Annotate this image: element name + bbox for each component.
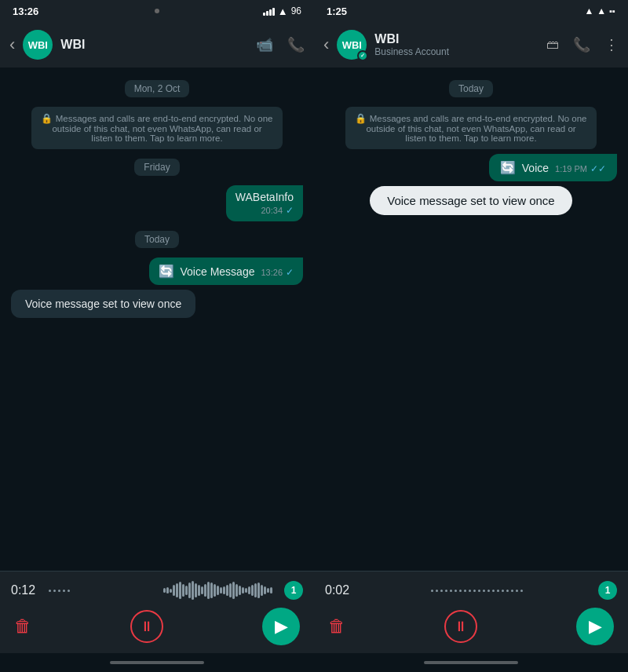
status-bar-right: 1:25 ▲ ▲ ▪▪ <box>314 0 628 22</box>
chat-title-right: WBI <box>374 32 539 46</box>
chat-area-right: Today 🔒 Messages and calls are end-to-en… <box>314 68 628 571</box>
rec-time-right: 0:02 <box>325 583 355 597</box>
nav-bar-right <box>314 653 628 672</box>
wifi-icon-left: ▲ <box>278 5 288 17</box>
status-bar-left: 13:26 ▲ 96 <box>0 0 314 22</box>
chat-subtitle-right: Business Account <box>374 46 539 57</box>
chat-header-right: ‹ WBI ✓ WBI Business Account 🗃 📞 ⋮ <box>314 22 628 68</box>
time-right: 1:25 <box>327 5 347 17</box>
panel-right: 1:25 ▲ ▲ ▪▪ ‹ WBI ✓ WBI Business Account… <box>314 0 628 672</box>
chat-title-left: WBI <box>60 38 248 52</box>
more-icon-right[interactable]: ⋮ <box>604 36 619 53</box>
date-mon: Mon, 2 Oct <box>125 80 190 97</box>
lock-icon-left: 🔒 <box>41 113 53 124</box>
date-today-left: Today <box>135 231 179 248</box>
battery-right: ▪▪ <box>609 6 615 16</box>
waveform-right <box>363 579 590 601</box>
wifi-right: ▲ <box>597 5 606 16</box>
signal-left <box>263 6 275 16</box>
recording-bar-right: 0:02 1 🗑 ⏸ <box>314 571 628 653</box>
archive-icon-right[interactable]: 🗃 <box>546 38 559 52</box>
rec-counter-right: 1 <box>598 581 617 600</box>
recording-actions-right: 🗑 ⏸ ▶ <box>325 608 617 645</box>
phone-icon-left[interactable]: 📞 <box>287 36 305 53</box>
send-button-left[interactable]: ▶ <box>262 608 300 645</box>
rec-counter-left: 1 <box>284 581 303 600</box>
back-button-left[interactable]: ‹ <box>9 35 15 55</box>
call-icon-right[interactable]: 📞 <box>573 36 590 53</box>
lock-icon-right: 🔒 <box>355 113 367 124</box>
pause-button-right[interactable]: ⏸ <box>444 610 477 643</box>
header-icons-right: 🗃 📞 ⋮ <box>546 36 619 53</box>
recording-top-right: 0:02 1 <box>325 579 617 601</box>
delete-button-right[interactable]: 🗑 <box>328 616 345 637</box>
wave-dots-left <box>49 590 162 592</box>
voice-msg-left[interactable]: 🔄 Voice Message 13:26 ✓ <box>149 257 303 285</box>
encryption-notice-left[interactable]: 🔒 Messages and calls are end-to-end encr… <box>31 107 283 149</box>
business-badge-right: ✓ <box>357 50 368 61</box>
nav-pill-right <box>424 661 518 664</box>
nav-pill-left <box>110 661 204 664</box>
avatar-right: WBI ✓ <box>337 30 367 60</box>
delete-button-left[interactable]: 🗑 <box>14 616 31 637</box>
msg-wabetainfo: WABetaInfo 20:34 ✓ <box>226 185 303 221</box>
status-icons-right: ▲ ▲ ▪▪ <box>584 5 615 16</box>
send-button-right[interactable]: ▶ <box>576 608 614 645</box>
status-icons-left: ▲ 96 <box>263 5 301 17</box>
camera-dot-left <box>155 9 159 13</box>
signal-right: ▲ <box>584 5 593 16</box>
date-friday: Friday <box>134 159 179 176</box>
voice-circle-icon-left: 🔄 <box>159 264 174 279</box>
recording-actions-left: 🗑 ⏸ ▶ <box>11 608 303 645</box>
chat-title-area-right: WBI Business Account <box>374 32 539 57</box>
voice-msg-right[interactable]: 🔄 Voice 1:19 PM ✓✓ <box>489 154 617 181</box>
avatar-left: WBI <box>23 30 53 60</box>
time-left: 13:26 <box>13 5 38 17</box>
nav-bar-left <box>0 653 314 672</box>
encryption-notice-right[interactable]: 🔒 Messages and calls are end-to-end encr… <box>345 107 597 149</box>
chat-header-left: ‹ WBI WBI 📹 📞 <box>0 22 314 68</box>
back-button-right[interactable]: ‹ <box>323 35 329 55</box>
panel-left: 13:26 ▲ 96 ‹ WBI WBI 📹 📞 <box>0 0 314 672</box>
wave-dots-right <box>363 590 590 592</box>
recording-top-left: 0:12 <box>11 579 303 601</box>
header-icons-left: 📹 📞 <box>256 36 305 53</box>
date-today-right: Today <box>449 80 493 97</box>
rec-time-left: 0:12 <box>11 583 41 597</box>
voice-circle-icon-right: 🔄 <box>500 160 516 175</box>
view-once-pill-right: Voice message set to view once <box>370 186 571 215</box>
battery-left: 96 <box>291 5 301 16</box>
pause-button-left[interactable]: ⏸ <box>130 610 163 643</box>
chat-area-left: Mon, 2 Oct 🔒 Messages and calls are end-… <box>0 68 314 571</box>
view-once-notice-left: Voice message set to view once <box>11 290 195 318</box>
video-icon-left[interactable]: 📹 <box>256 36 273 53</box>
recording-bar-left: 0:12 <box>0 571 314 653</box>
waveform-left <box>49 579 276 601</box>
